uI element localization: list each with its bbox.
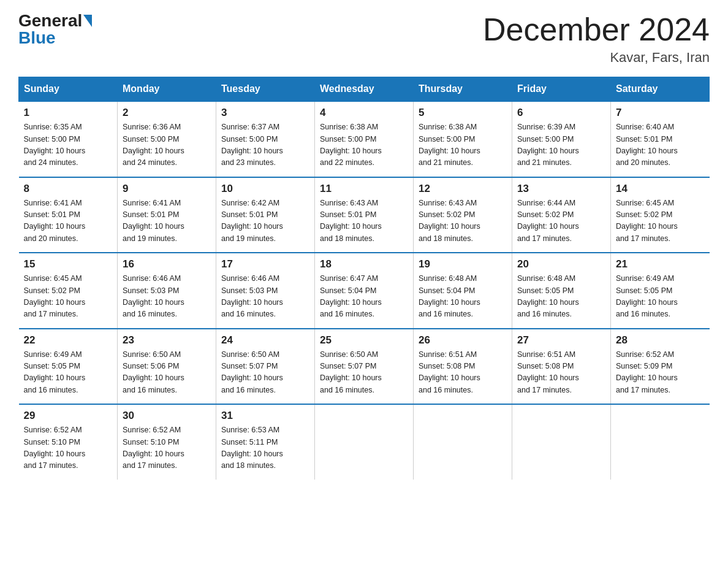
calendar-cell: 26Sunrise: 6:51 AMSunset: 5:08 PMDayligh… bbox=[414, 329, 512, 405]
day-number: 3 bbox=[221, 107, 309, 119]
day-info: Sunrise: 6:43 AMSunset: 5:01 PMDaylight:… bbox=[320, 197, 408, 245]
day-info: Sunrise: 6:46 AMSunset: 5:03 PMDaylight:… bbox=[123, 273, 211, 321]
calendar-header-row: SundayMondayTuesdayWednesdayThursdayFrid… bbox=[19, 77, 710, 102]
day-info: Sunrise: 6:45 AMSunset: 5:02 PMDaylight:… bbox=[24, 273, 113, 321]
calendar-week-row: 1Sunrise: 6:35 AMSunset: 5:00 PMDaylight… bbox=[19, 101, 710, 177]
day-info: Sunrise: 6:48 AMSunset: 5:05 PMDaylight:… bbox=[517, 273, 605, 321]
day-number: 29 bbox=[24, 410, 113, 422]
day-info: Sunrise: 6:46 AMSunset: 5:03 PMDaylight:… bbox=[221, 273, 309, 321]
day-number: 9 bbox=[123, 183, 211, 195]
day-number: 27 bbox=[517, 334, 605, 347]
logo-general-text: General bbox=[18, 12, 82, 29]
calendar-week-row: 15Sunrise: 6:45 AMSunset: 5:02 PMDayligh… bbox=[19, 253, 710, 329]
calendar-cell: 16Sunrise: 6:46 AMSunset: 5:03 PMDayligh… bbox=[118, 253, 216, 329]
calendar-cell bbox=[414, 404, 512, 480]
calendar-cell: 24Sunrise: 6:50 AMSunset: 5:07 PMDayligh… bbox=[216, 329, 315, 405]
day-info: Sunrise: 6:50 AMSunset: 5:07 PMDaylight:… bbox=[221, 349, 309, 397]
day-info: Sunrise: 6:38 AMSunset: 5:00 PMDaylight:… bbox=[419, 121, 507, 169]
day-number: 13 bbox=[517, 183, 605, 195]
day-number: 2 bbox=[123, 107, 211, 119]
calendar-subtitle: Kavar, Fars, Iran bbox=[483, 50, 710, 66]
calendar-cell: 4Sunrise: 6:38 AMSunset: 5:00 PMDaylight… bbox=[315, 101, 414, 177]
calendar-cell: 13Sunrise: 6:44 AMSunset: 5:02 PMDayligh… bbox=[512, 177, 611, 253]
calendar-cell: 30Sunrise: 6:52 AMSunset: 5:10 PMDayligh… bbox=[118, 404, 216, 480]
calendar-cell: 28Sunrise: 6:52 AMSunset: 5:09 PMDayligh… bbox=[611, 329, 710, 405]
calendar-cell: 3Sunrise: 6:37 AMSunset: 5:00 PMDaylight… bbox=[216, 101, 315, 177]
title-block: December 2024 Kavar, Fars, Iran bbox=[483, 12, 710, 66]
calendar-cell: 5Sunrise: 6:38 AMSunset: 5:00 PMDaylight… bbox=[414, 101, 512, 177]
day-header-wednesday: Wednesday bbox=[315, 77, 414, 102]
day-header-tuesday: Tuesday bbox=[216, 77, 315, 102]
calendar-cell: 12Sunrise: 6:43 AMSunset: 5:02 PMDayligh… bbox=[414, 177, 512, 253]
calendar-cell: 7Sunrise: 6:40 AMSunset: 5:01 PMDaylight… bbox=[611, 101, 710, 177]
calendar-week-row: 22Sunrise: 6:49 AMSunset: 5:05 PMDayligh… bbox=[19, 329, 710, 405]
day-number: 5 bbox=[419, 107, 507, 119]
calendar-cell: 23Sunrise: 6:50 AMSunset: 5:06 PMDayligh… bbox=[118, 329, 216, 405]
day-info: Sunrise: 6:39 AMSunset: 5:00 PMDaylight:… bbox=[517, 121, 605, 169]
day-info: Sunrise: 6:50 AMSunset: 5:07 PMDaylight:… bbox=[320, 349, 408, 397]
day-info: Sunrise: 6:37 AMSunset: 5:00 PMDaylight:… bbox=[221, 121, 309, 169]
calendar-week-row: 8Sunrise: 6:41 AMSunset: 5:01 PMDaylight… bbox=[19, 177, 710, 253]
calendar-cell bbox=[611, 404, 710, 480]
day-info: Sunrise: 6:44 AMSunset: 5:02 PMDaylight:… bbox=[517, 197, 605, 245]
day-number: 10 bbox=[221, 183, 309, 195]
day-number: 4 bbox=[320, 107, 408, 119]
day-info: Sunrise: 6:38 AMSunset: 5:00 PMDaylight:… bbox=[320, 121, 408, 169]
calendar-cell: 6Sunrise: 6:39 AMSunset: 5:00 PMDaylight… bbox=[512, 101, 611, 177]
day-info: Sunrise: 6:51 AMSunset: 5:08 PMDaylight:… bbox=[419, 349, 507, 397]
calendar-cell: 17Sunrise: 6:46 AMSunset: 5:03 PMDayligh… bbox=[216, 253, 315, 329]
day-info: Sunrise: 6:40 AMSunset: 5:01 PMDaylight:… bbox=[616, 121, 705, 169]
day-info: Sunrise: 6:51 AMSunset: 5:08 PMDaylight:… bbox=[517, 349, 605, 397]
calendar-table: SundayMondayTuesdayWednesdayThursdayFrid… bbox=[18, 77, 710, 480]
calendar-cell: 22Sunrise: 6:49 AMSunset: 5:05 PMDayligh… bbox=[19, 329, 118, 405]
day-number: 28 bbox=[616, 334, 705, 347]
day-number: 6 bbox=[517, 107, 605, 119]
day-number: 23 bbox=[123, 334, 211, 347]
day-info: Sunrise: 6:52 AMSunset: 5:10 PMDaylight:… bbox=[123, 424, 211, 472]
day-info: Sunrise: 6:45 AMSunset: 5:02 PMDaylight:… bbox=[616, 197, 705, 245]
logo-arrow-icon bbox=[83, 15, 92, 27]
day-number: 16 bbox=[123, 258, 211, 270]
day-header-monday: Monday bbox=[118, 77, 216, 102]
day-header-friday: Friday bbox=[512, 77, 611, 102]
day-info: Sunrise: 6:48 AMSunset: 5:04 PMDaylight:… bbox=[419, 273, 507, 321]
day-number: 8 bbox=[24, 183, 113, 195]
day-info: Sunrise: 6:41 AMSunset: 5:01 PMDaylight:… bbox=[24, 197, 113, 245]
calendar-cell bbox=[512, 404, 611, 480]
day-number: 31 bbox=[221, 410, 309, 422]
day-info: Sunrise: 6:53 AMSunset: 5:11 PMDaylight:… bbox=[221, 424, 309, 472]
day-number: 20 bbox=[517, 258, 605, 270]
day-number: 1 bbox=[24, 107, 113, 119]
day-header-saturday: Saturday bbox=[611, 77, 710, 102]
calendar-cell: 20Sunrise: 6:48 AMSunset: 5:05 PMDayligh… bbox=[512, 253, 611, 329]
calendar-cell: 18Sunrise: 6:47 AMSunset: 5:04 PMDayligh… bbox=[315, 253, 414, 329]
day-number: 30 bbox=[123, 410, 211, 422]
day-info: Sunrise: 6:36 AMSunset: 5:00 PMDaylight:… bbox=[123, 121, 211, 169]
calendar-cell: 19Sunrise: 6:48 AMSunset: 5:04 PMDayligh… bbox=[414, 253, 512, 329]
day-number: 18 bbox=[320, 258, 408, 270]
calendar-week-row: 29Sunrise: 6:52 AMSunset: 5:10 PMDayligh… bbox=[19, 404, 710, 480]
day-info: Sunrise: 6:41 AMSunset: 5:01 PMDaylight:… bbox=[123, 197, 211, 245]
day-number: 15 bbox=[24, 258, 113, 270]
day-info: Sunrise: 6:52 AMSunset: 5:10 PMDaylight:… bbox=[24, 424, 113, 472]
day-number: 17 bbox=[221, 258, 309, 270]
day-info: Sunrise: 6:43 AMSunset: 5:02 PMDaylight:… bbox=[419, 197, 507, 245]
day-number: 25 bbox=[320, 334, 408, 347]
calendar-cell: 15Sunrise: 6:45 AMSunset: 5:02 PMDayligh… bbox=[19, 253, 118, 329]
calendar-cell: 10Sunrise: 6:42 AMSunset: 5:01 PMDayligh… bbox=[216, 177, 315, 253]
day-number: 11 bbox=[320, 183, 408, 195]
calendar-title: December 2024 bbox=[483, 12, 710, 47]
calendar-cell: 25Sunrise: 6:50 AMSunset: 5:07 PMDayligh… bbox=[315, 329, 414, 405]
day-info: Sunrise: 6:42 AMSunset: 5:01 PMDaylight:… bbox=[221, 197, 309, 245]
calendar-cell bbox=[315, 404, 414, 480]
logo: General Blue bbox=[18, 12, 92, 47]
day-info: Sunrise: 6:52 AMSunset: 5:09 PMDaylight:… bbox=[616, 349, 705, 397]
calendar-cell: 27Sunrise: 6:51 AMSunset: 5:08 PMDayligh… bbox=[512, 329, 611, 405]
day-info: Sunrise: 6:47 AMSunset: 5:04 PMDaylight:… bbox=[320, 273, 408, 321]
day-number: 14 bbox=[616, 183, 705, 195]
calendar-cell: 11Sunrise: 6:43 AMSunset: 5:01 PMDayligh… bbox=[315, 177, 414, 253]
day-header-sunday: Sunday bbox=[19, 77, 118, 102]
calendar-cell: 14Sunrise: 6:45 AMSunset: 5:02 PMDayligh… bbox=[611, 177, 710, 253]
day-number: 7 bbox=[616, 107, 705, 119]
day-number: 19 bbox=[419, 258, 507, 270]
